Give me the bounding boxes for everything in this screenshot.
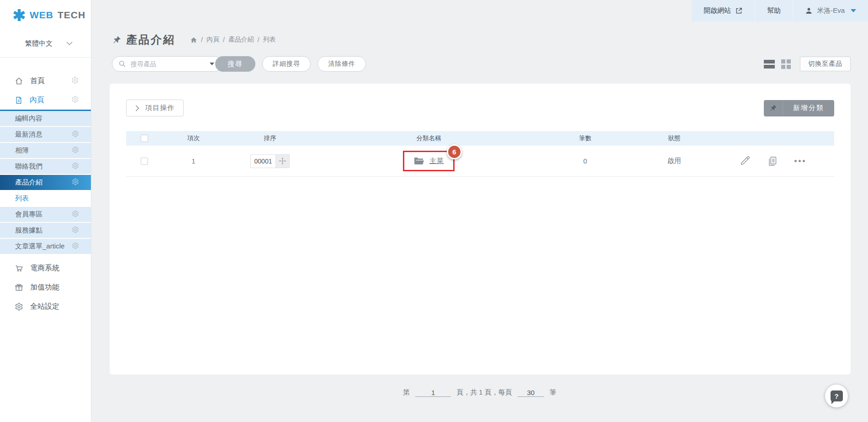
column-header-count: 筆數 (542, 134, 629, 142)
pagination-suffix: 筆 (550, 388, 556, 397)
app-window: WEB TECH 繁體中文 首頁 內頁 編輯內容 最新消息 (0, 0, 868, 422)
column-header-status: 狀態 (629, 134, 720, 142)
gift-icon (15, 283, 23, 292)
sidebar-item-albums[interactable]: 相簿 (0, 143, 91, 159)
help-link[interactable]: 幫助 (755, 0, 793, 21)
topbar: 開啟網站 幫助 米洛-Eva (91, 0, 868, 21)
search-icon (118, 60, 126, 68)
sidebar-item-label: 會員專區 (15, 210, 42, 219)
help-label: 幫助 (767, 6, 781, 15)
row-checkbox[interactable] (141, 158, 148, 165)
column-header-index: 項次 (163, 134, 224, 142)
gear-icon (15, 302, 23, 311)
table-header: 項次 排序 分類名稱 筆數 狀態 (126, 131, 834, 146)
chevron-down-icon[interactable] (210, 63, 214, 65)
gear-icon[interactable] (72, 146, 79, 155)
more-actions-icon[interactable] (794, 160, 805, 162)
sidebar-item-product-intro[interactable]: 產品介紹 (0, 175, 91, 191)
help-bubble-icon: ? (831, 390, 843, 401)
sidebar-item-article-menu[interactable]: 文章選單_article (0, 239, 91, 255)
language-selector[interactable]: 繁體中文 (0, 30, 91, 58)
sidebar-item-ecommerce[interactable]: 電商系統 (0, 258, 91, 278)
sidebar-item-label: 電商系統 (30, 264, 59, 273)
gear-icon[interactable] (72, 242, 79, 251)
select-all-checkbox[interactable] (141, 135, 148, 142)
main-area: 開啟網站 幫助 米洛-Eva 產品介紹 / 內頁 / (91, 0, 868, 422)
sidebar-item-label: 聯絡我們 (15, 162, 42, 171)
table-row: 1 主菜 6 0 啟用 (126, 146, 834, 177)
sidebar-item-news[interactable]: 最新消息 (0, 127, 91, 143)
gear-icon[interactable] (71, 95, 79, 105)
advanced-search-button[interactable]: 詳細搜尋 (262, 56, 311, 72)
breadcrumb-item[interactable]: 產品介紹 (228, 36, 254, 44)
per-page-input[interactable] (518, 389, 544, 397)
topbar-right-group: 開啟網站 幫助 米洛-Eva (692, 0, 868, 21)
sidebar-item-service-locations[interactable]: 服務據點 (0, 223, 91, 239)
breadcrumb-item[interactable]: 內頁 (206, 36, 219, 44)
item-actions-button[interactable]: 項目操作 (126, 100, 184, 116)
sidebar-item-edit-content[interactable]: 編輯內容 (0, 111, 91, 127)
page-title: 產品介紹 (126, 32, 175, 47)
gear-icon[interactable] (72, 210, 79, 219)
sidebar-item-home[interactable]: 首頁 (0, 71, 91, 90)
grid-view-toggle[interactable] (781, 59, 791, 69)
gear-icon[interactable] (72, 130, 79, 139)
clear-filters-button[interactable]: 清除條件 (318, 56, 366, 72)
pagination-middle: 頁，共 1 頁，每頁 (456, 388, 512, 397)
gear-icon[interactable] (72, 226, 79, 235)
sidebar-item-label: 內頁 (30, 95, 44, 105)
open-site-link[interactable]: 開啟網站 (692, 0, 755, 21)
view-controls: 切換至產品 (764, 57, 851, 71)
page-header: 產品介紹 / 內頁 / 產品介紹 / 列表 (112, 32, 868, 47)
breadcrumb-item[interactable]: 列表 (263, 36, 276, 44)
gear-icon[interactable] (72, 178, 79, 187)
sidebar-item-label: 產品介紹 (15, 178, 42, 187)
sidebar: WEB TECH 繁體中文 首頁 內頁 編輯內容 最新消息 (0, 0, 91, 422)
add-category-button[interactable]: 新增分類 (783, 100, 834, 116)
card-toolbar: 項目操作 新增分類 (126, 84, 834, 116)
item-actions-label: 項目操作 (145, 104, 175, 112)
user-menu[interactable]: 米洛-Eva (793, 0, 868, 21)
search-button[interactable]: 搜尋 (215, 56, 255, 72)
switch-to-products-button[interactable]: 切換至產品 (800, 57, 851, 71)
sidebar-item-label: 首頁 (30, 76, 45, 86)
page-number-input[interactable] (415, 389, 451, 397)
sidebar-item-inner-pages[interactable]: 內頁 (0, 90, 91, 110)
copy-icon[interactable] (767, 156, 778, 167)
home-icon (190, 37, 197, 43)
pin-icon (112, 35, 122, 45)
asterisk-logo-icon (13, 9, 26, 21)
external-link-icon (735, 7, 743, 15)
breadcrumb-separator: / (258, 36, 259, 43)
list-view-toggle[interactable] (764, 60, 775, 69)
gear-icon[interactable] (71, 76, 79, 86)
sidebar-item-label: 列表 (15, 194, 29, 203)
add-category-group: 新增分類 (764, 100, 834, 116)
sidebar-item-label: 服務據點 (15, 226, 42, 235)
chevron-down-icon (851, 9, 856, 12)
row-status: 啟用 (629, 157, 720, 165)
gear-icon[interactable] (72, 162, 79, 171)
sidebar-item-site-settings[interactable]: 全站設定 (0, 297, 91, 316)
search-input[interactable] (112, 56, 222, 72)
column-header-sort: 排序 (224, 134, 316, 142)
open-site-label: 開啟網站 (704, 6, 731, 15)
pin-button[interactable] (764, 100, 783, 116)
sidebar-item-contact-us[interactable]: 聯絡我們 (0, 159, 91, 175)
drag-handle[interactable] (276, 154, 290, 168)
sidebar-item-list[interactable]: 列表 (0, 191, 91, 207)
sort-widget (250, 154, 290, 168)
sidebar-item-addons[interactable]: 加值功能 (0, 278, 91, 297)
folder-icon (413, 157, 424, 165)
sidebar-item-members[interactable]: 會員專區 (0, 207, 91, 223)
home-icon (15, 77, 23, 85)
toolbar: 搜尋 詳細搜尋 清除條件 切換至產品 (112, 56, 851, 72)
user-name: 米洛-Eva (817, 6, 845, 15)
category-name-link[interactable]: 主菜 (429, 157, 444, 165)
move-icon (279, 157, 286, 165)
edit-pencil-icon[interactable] (739, 155, 751, 167)
chevron-right-icon (135, 105, 140, 111)
breadcrumb-separator: / (201, 36, 203, 43)
help-fab-button[interactable]: ? (825, 385, 848, 407)
sort-order-input[interactable] (250, 154, 276, 168)
